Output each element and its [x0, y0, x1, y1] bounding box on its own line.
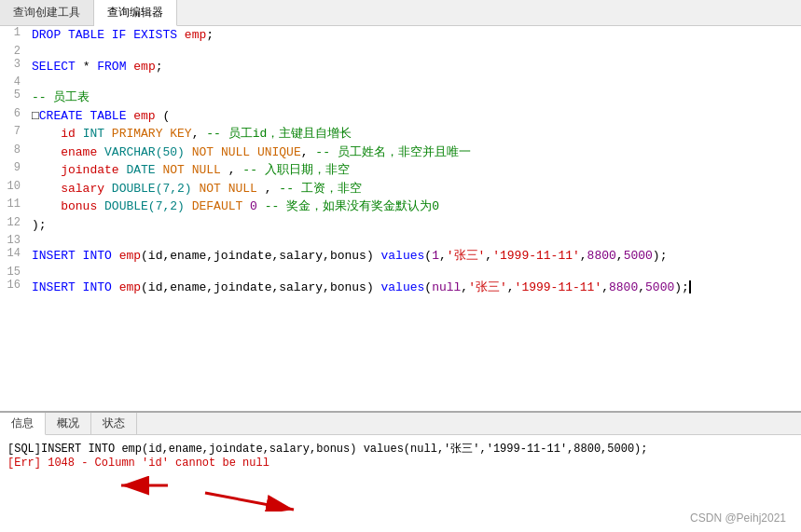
error-message: [Err] 1048 - Column 'id' cannot be null	[7, 457, 794, 470]
line-code: salary DOUBLE(7,2) NOT NULL , -- 工资，非空	[28, 180, 801, 198]
watermark: CSDN @Peihj2021	[690, 512, 786, 525]
tab-status[interactable]: 状态	[91, 413, 137, 434]
line-code: INSERT INTO emp(id,ename,joindate,salary…	[28, 247, 801, 266]
bottom-panel: 信息 概况 状态 [SQL]INSERT INTO emp(id,ename,j…	[0, 411, 801, 532]
line-number: 5	[0, 89, 28, 107]
tab-overview[interactable]: 概况	[46, 413, 91, 434]
code-table: 1 DROP TABLE IF EXISTS emp; 2 3 SELECT *…	[0, 26, 801, 296]
table-row: 16 INSERT INTO emp(id,ename,joindate,sal…	[0, 279, 801, 297]
bottom-content: [SQL]INSERT INTO emp(id,ename,joindate,s…	[0, 435, 801, 532]
line-number: 14	[0, 247, 28, 266]
table-row: 9 joindate DATE NOT NULL , -- 入职日期，非空	[0, 161, 801, 180]
info-message: [SQL]INSERT INTO emp(id,ename,joindate,s…	[7, 441, 794, 457]
line-code: □CREATE TABLE emp (	[28, 107, 801, 126]
table-row: 4	[0, 75, 801, 89]
line-code: -- 员工表	[28, 89, 801, 107]
tab-bar: 查询创建工具 查询编辑器	[0, 0, 801, 26]
table-row: 15	[0, 266, 801, 279]
line-code: SELECT * FROM emp;	[28, 58, 801, 76]
line-number: 8	[0, 143, 28, 162]
table-row: 7 id INT PRIMARY KEY, -- 员工id，主键且自增长	[0, 125, 801, 143]
line-code: joindate DATE NOT NULL , -- 入职日期，非空	[28, 161, 801, 180]
table-row: 11 bonus DOUBLE(7,2) DEFAULT 0 -- 奖金，如果没…	[0, 198, 801, 216]
table-row: 2	[0, 45, 801, 58]
line-code: DROP TABLE IF EXISTS emp;	[28, 26, 801, 45]
line-code: );	[28, 216, 801, 235]
line-number: 3	[0, 58, 28, 76]
line-number: 9	[0, 161, 28, 180]
line-code	[28, 234, 801, 247]
table-row: 3 SELECT * FROM emp;	[0, 58, 801, 76]
table-row: 12 );	[0, 216, 801, 235]
table-row: 13	[0, 234, 801, 247]
line-number: 12	[0, 216, 28, 235]
bottom-tab-bar: 信息 概况 状态	[0, 413, 801, 435]
table-row: 1 DROP TABLE IF EXISTS emp;	[0, 26, 801, 45]
line-number: 15	[0, 266, 28, 279]
arrow-indicator	[112, 474, 317, 515]
line-code	[28, 266, 801, 279]
line-code: INSERT INTO emp(id,ename,joindate,salary…	[28, 279, 801, 297]
line-number: 1	[0, 26, 28, 45]
line-code: bonus DOUBLE(7,2) DEFAULT 0 -- 奖金，如果没有奖金…	[28, 198, 801, 216]
line-number: 10	[0, 180, 28, 198]
line-number: 4	[0, 75, 28, 89]
line-number: 6	[0, 107, 28, 126]
line-code: ename VARCHAR(50) NOT NULL UNIQUE, -- 员工…	[28, 143, 801, 162]
line-code	[28, 75, 801, 89]
table-row: 6 □CREATE TABLE emp (	[0, 107, 801, 126]
line-number: 7	[0, 125, 28, 143]
line-number: 2	[0, 45, 28, 58]
tab-info[interactable]: 信息	[0, 413, 46, 435]
line-number: 16	[0, 279, 28, 297]
table-row: 8 ename VARCHAR(50) NOT NULL UNIQUE, -- …	[0, 143, 801, 162]
editor-area: 1 DROP TABLE IF EXISTS emp; 2 3 SELECT *…	[0, 26, 801, 411]
line-code: id INT PRIMARY KEY, -- 员工id，主键且自增长	[28, 125, 801, 143]
line-number: 13	[0, 234, 28, 247]
table-row: 10 salary DOUBLE(7,2) NOT NULL , -- 工资，非…	[0, 180, 801, 198]
tab-query-editor[interactable]: 查询编辑器	[94, 0, 177, 26]
tab-query-builder[interactable]: 查询创建工具	[0, 0, 94, 25]
line-number: 11	[0, 198, 28, 216]
line-code	[28, 45, 801, 58]
table-row: 14 INSERT INTO emp(id,ename,joindate,sal…	[0, 247, 801, 266]
table-row: 5 -- 员工表	[0, 89, 801, 107]
